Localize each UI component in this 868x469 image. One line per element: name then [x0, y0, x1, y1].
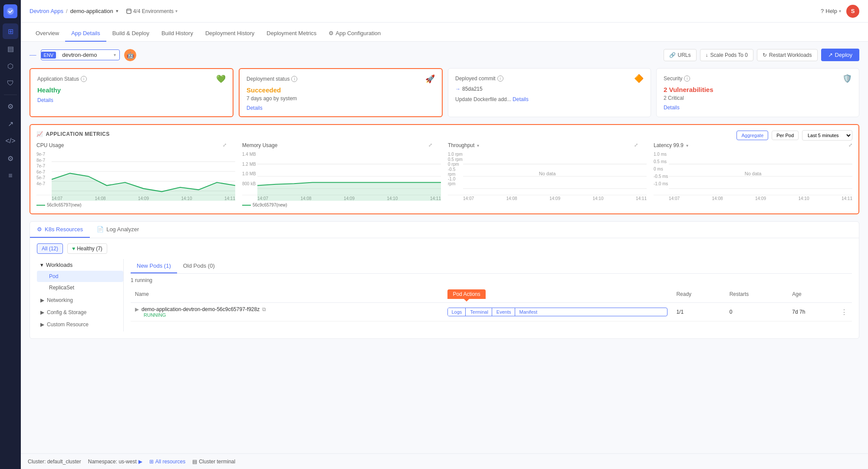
user-avatar[interactable]: S [846, 5, 859, 18]
bottom-bar: Cluster: default_cluster Namespace: us-w… [21, 453, 868, 469]
restart-button[interactable]: ↻ Restart Workloads [757, 49, 817, 61]
security-icon: 🛡️ [842, 74, 852, 83]
sidebar-icon-apps[interactable]: ▤ [3, 41, 18, 56]
log-analyzer-tab[interactable]: 📄 Log Analyzer [90, 222, 146, 238]
throughput-expand-icon[interactable]: ⤢ [634, 142, 638, 148]
cluster-info: Cluster: default_cluster [28, 459, 81, 465]
tab-build-deploy[interactable]: Build & Deploy [106, 26, 155, 42]
throughput-chevron[interactable]: ▾ [477, 143, 479, 148]
pod-manifest-btn[interactable]: Manifest [516, 308, 541, 316]
pod-logs-btn[interactable]: Logs [448, 308, 466, 316]
env-dropdown-chevron: ▾ [114, 52, 116, 57]
aggregate-button[interactable]: Aggregate [736, 131, 768, 140]
sidebar-icon-settings[interactable]: ⚙ [3, 151, 18, 166]
th-age: Age [788, 286, 852, 303]
app-status-icon: 💚 [216, 74, 226, 84]
per-pod-button[interactable]: Per Pod [772, 131, 799, 140]
networking-header[interactable]: ▶ Networking [37, 295, 123, 305]
scale-button[interactable]: ↓ Scale Pods To 0 [700, 49, 754, 61]
k8s-resources-tab[interactable]: ⚙ K8s Resources [30, 222, 90, 238]
sidebar-icon-dashboard[interactable]: ⊞ [3, 23, 18, 39]
throughput-title: Throughput ▾ ⤢ [448, 142, 647, 148]
time-select[interactable]: Last 5 minutes Last 15 minutes Last 1 ho… [802, 130, 852, 141]
environments-badge[interactable]: 4/4 Environments ▾ [126, 8, 178, 14]
top-header: Devtron Apps / demo-application ▾ 4/4 En… [21, 0, 868, 23]
nav-tabs: Overview App Details Build & Deploy Buil… [21, 23, 868, 42]
security-value: 2 Vulnerabilities [664, 86, 852, 93]
sidebar-icon-build[interactable]: ⚙ [3, 98, 18, 114]
deploy-icon: ↗ [828, 52, 833, 58]
cpu-chart-area: 9e-78e-77e-76e-75e-74e-7 [36, 152, 235, 195]
old-pods-tab[interactable]: Old Pods (0) [177, 259, 221, 273]
sidebar-icon-code[interactable]: </> [3, 133, 18, 149]
cluster-terminal-item[interactable]: ▤ Cluster terminal [192, 459, 235, 465]
sidebar-icon-layers[interactable]: ≡ [3, 168, 18, 184]
urls-button[interactable]: 🔗 URLs [664, 49, 697, 61]
all-resources-item[interactable]: ⊞ All resources [149, 459, 185, 465]
app-status-title: Application Status i [37, 76, 87, 82]
pod-more-btn[interactable]: ⋮ [841, 308, 848, 316]
app-avatar[interactable]: 🤖 [124, 49, 136, 61]
tab-deployment-metrics[interactable]: Deployment Metrics [260, 26, 322, 42]
pods-table-body: ▶ demo-application-devtron-demo-56c9c657… [131, 303, 852, 321]
breadcrumb-dropdown-icon[interactable]: ▾ [116, 8, 118, 14]
sidebar-icon-security[interactable]: 🛡 [3, 75, 18, 91]
tab-overview[interactable]: Overview [30, 26, 65, 42]
sidebar-icon-deploy[interactable]: ↗ [3, 116, 18, 131]
tree-item-replicaset[interactable]: ReplicaSet [37, 282, 123, 293]
filter-healthy[interactable]: ♥ Healthy (7) [67, 243, 107, 254]
tree-item-pod[interactable]: Pod [37, 271, 123, 282]
dep-status-icon: 🚀 [425, 74, 435, 84]
latency-chevron[interactable]: ▾ [686, 143, 688, 148]
security-link[interactable]: Details [664, 105, 680, 111]
th-actions: Pod Actions [443, 286, 672, 303]
dep-status-header: Deployment status i 🚀 [247, 74, 435, 84]
breadcrumb-devtron-apps[interactable]: Devtron Apps [30, 8, 63, 14]
env-chevron: ▾ [175, 9, 178, 13]
commit-info[interactable]: i [497, 75, 503, 82]
sidebar-tree: ▾ Workloads Pod ReplicaSet ▶ Networking [37, 259, 124, 331]
header-right: ? Help ▾ S [821, 5, 859, 18]
env-arrow: ── [30, 52, 36, 58]
help-button[interactable]: ? Help ▾ [821, 8, 841, 14]
workloads-header[interactable]: ▾ Workloads [37, 259, 123, 271]
sidebar-icon-chart[interactable]: ⬡ [3, 58, 18, 74]
namespace-arrow[interactable]: ▶ [138, 459, 142, 465]
cpu-expand-icon[interactable]: ⤢ [223, 142, 227, 148]
toolbar: ── ENV devtron-demo ▾ 🤖 🔗 URLs [30, 49, 859, 61]
tab-build-history[interactable]: Build History [155, 26, 199, 42]
tab-app-config[interactable]: ⚙ App Configuration [322, 26, 387, 42]
sidebar-logo[interactable] [3, 4, 17, 18]
custom-header[interactable]: ▶ Custom Resource [37, 319, 123, 330]
commit-link[interactable]: Details [513, 96, 529, 102]
dep-status-info[interactable]: i [291, 76, 297, 82]
app-status-link[interactable]: Details [37, 97, 53, 103]
latency-expand-icon[interactable]: ⤢ [848, 142, 852, 148]
deploy-button[interactable]: ↗ Deploy [821, 49, 859, 61]
breadcrumb-sep: / [66, 8, 68, 14]
pod-events-btn[interactable]: Events [493, 308, 515, 316]
env-dropdown[interactable]: devtron-demo ▾ [59, 50, 119, 60]
memory-expand-icon[interactable]: ⤢ [428, 142, 432, 148]
filter-all[interactable]: All (12) [37, 243, 63, 254]
namespace-info: Namespace: us-west ▶ [88, 459, 142, 465]
app-status-info[interactable]: i [81, 76, 87, 82]
pod-expand-icon[interactable]: ▶ [135, 306, 139, 312]
tab-app-details[interactable]: App Details [65, 26, 106, 42]
app-status-header: Application Status i 💚 [37, 74, 226, 84]
new-pods-tab[interactable]: New Pods (1) [131, 259, 177, 273]
memory-title: Memory Usage ⤢ [242, 142, 441, 148]
pod-status: RUNNING [135, 312, 439, 318]
toolbar-right: 🔗 URLs ↓ Scale Pods To 0 ↻ Restart Workl… [664, 49, 859, 61]
dep-status-link[interactable]: Details [247, 105, 263, 111]
pod-copy-icon[interactable]: ⧉ [262, 306, 266, 312]
pod-terminal-btn[interactable]: Terminal [467, 308, 492, 316]
table-row: ▶ demo-application-devtron-demo-56c9c657… [131, 303, 852, 321]
config-header[interactable]: ▶ Config & Storage [37, 307, 123, 318]
security-info[interactable]: i [684, 75, 690, 82]
latency-title: Latency 99.9 ▾ ⤢ [654, 142, 852, 148]
tab-deployment-history[interactable]: Deployment History [199, 26, 260, 42]
cpu-y-labels: 9e-78e-77e-76e-75e-74e-7 [36, 152, 52, 186]
security-card: Security i 🛡️ 2 Vulnerabilities 2 Critic… [656, 68, 859, 117]
env-label-badge: ENV [41, 52, 56, 59]
